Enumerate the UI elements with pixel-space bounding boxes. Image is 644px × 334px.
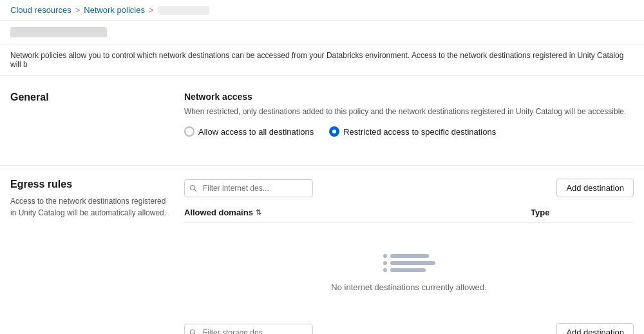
breadcrumb-sep-1: > bbox=[75, 5, 80, 15]
internet-filter-add-row: Add destination bbox=[184, 179, 634, 197]
egress-desc: Access to the network destinations regis… bbox=[10, 195, 169, 219]
empty-dot-3 bbox=[383, 268, 387, 272]
empty-line-1 bbox=[390, 254, 429, 258]
breadcrumb-network[interactable]: Network policies bbox=[84, 5, 145, 15]
divider-general-egress bbox=[0, 165, 644, 166]
allowed-domains-label: Allowed domains bbox=[184, 208, 253, 217]
storage-filter-add-row: Add destination bbox=[184, 323, 634, 334]
breadcrumb-page bbox=[158, 6, 209, 15]
empty-line-2 bbox=[390, 261, 435, 265]
general-section: General Network access When restricted, … bbox=[0, 76, 644, 152]
empty-line-3 bbox=[390, 268, 426, 272]
info-banner: Network policies allow you to control wh… bbox=[0, 44, 644, 76]
egress-title: Egress rules bbox=[10, 179, 169, 190]
col-allowed-domains: Allowed domains ⇅ bbox=[184, 208, 531, 217]
empty-message: No internet destinations currently allow… bbox=[331, 282, 486, 292]
internet-empty-state: No internet destinations currently allow… bbox=[184, 228, 634, 318]
network-access-desc: When restricted, only destinations added… bbox=[184, 106, 634, 117]
radio-restricted-label: Restricted access to specific destinatio… bbox=[343, 127, 496, 137]
policy-name-blur bbox=[10, 27, 107, 37]
empty-icon bbox=[383, 254, 435, 272]
internet-filter-input[interactable] bbox=[184, 179, 313, 197]
empty-icon-row-3 bbox=[383, 268, 435, 272]
empty-icon-row-1 bbox=[383, 254, 435, 258]
internet-filter-wrap bbox=[184, 179, 313, 197]
radio-allow-all[interactable]: Allow access to all destinations bbox=[184, 126, 314, 137]
add-internet-destination-button[interactable]: Add destination bbox=[556, 179, 634, 197]
breadcrumb-cloud[interactable]: Cloud resources bbox=[10, 5, 71, 15]
info-text: Network policies allow you to control wh… bbox=[10, 51, 623, 69]
col-type: Type bbox=[531, 208, 634, 217]
internet-table-header: Allowed domains ⇅ Type bbox=[184, 208, 634, 223]
sort-icon-domains[interactable]: ⇅ bbox=[256, 208, 261, 217]
general-title: General bbox=[10, 92, 169, 103]
policy-name-bar bbox=[0, 21, 644, 44]
egress-section: Egress rules Access to the network desti… bbox=[0, 179, 644, 334]
radio-group: Allow access to all destinations Restric… bbox=[184, 126, 634, 137]
breadcrumb-sep-2: > bbox=[149, 5, 154, 15]
egress-right-panel: Add destination Allowed domains ⇅ Type bbox=[184, 179, 634, 334]
general-right-panel: Network access When restricted, only des… bbox=[184, 92, 634, 137]
network-access-title: Network access bbox=[184, 92, 634, 102]
radio-circle-all bbox=[184, 126, 194, 137]
svg-line-1 bbox=[194, 189, 196, 191]
add-storage-destination-button[interactable]: Add destination bbox=[556, 323, 634, 334]
general-left-panel: General bbox=[10, 92, 184, 137]
empty-icon-row-2 bbox=[383, 261, 435, 265]
breadcrumb: Cloud resources > Network policies > bbox=[0, 0, 644, 21]
radio-restricted[interactable]: Restricted access to specific destinatio… bbox=[329, 126, 496, 137]
empty-dot-2 bbox=[383, 261, 387, 265]
storage-filter-input[interactable] bbox=[184, 324, 313, 335]
search-icon bbox=[189, 184, 197, 192]
storage-filter-wrap bbox=[184, 324, 313, 335]
radio-circle-restricted bbox=[329, 126, 339, 137]
empty-dot-1 bbox=[383, 254, 387, 258]
egress-left-panel: Egress rules Access to the network desti… bbox=[10, 179, 184, 334]
storage-search-icon bbox=[189, 329, 197, 335]
radio-all-label: Allow access to all destinations bbox=[198, 127, 314, 137]
